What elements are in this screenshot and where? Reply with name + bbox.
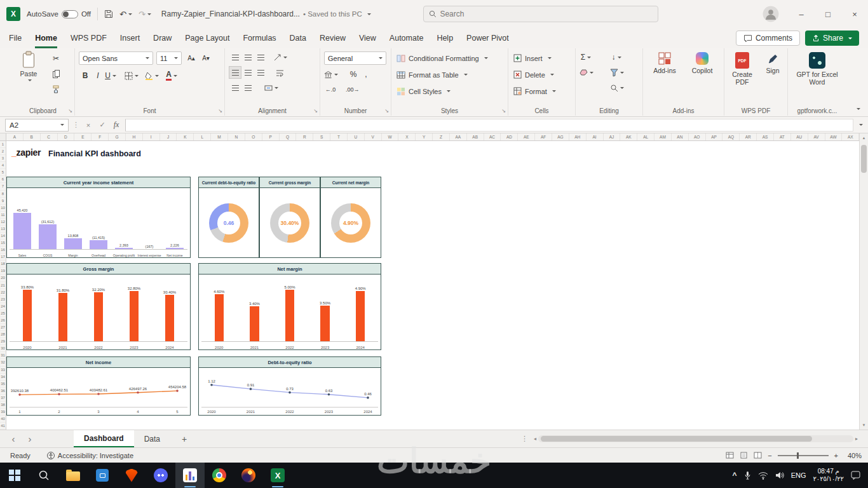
row-header[interactable]: 34 [0,374,6,381]
start-button[interactable] [0,463,29,488]
menu-tab-power-pivot[interactable]: Power Pivot [466,28,509,48]
column-header[interactable]: AN [672,133,689,140]
sheet-tab-dashboard[interactable]: Dashboard [74,430,134,447]
row-header[interactable]: 20 [0,274,6,281]
row-header[interactable]: 14 [0,233,6,240]
copilot-button[interactable]: Copilot [685,52,719,74]
zoom-slider[interactable] [778,452,829,459]
column-header[interactable]: K [177,133,194,140]
align-bottom-button[interactable] [254,51,267,64]
column-header[interactable]: AE [518,133,535,140]
dialog-launcher-icon[interactable]: ↘ [313,108,318,114]
menu-tab-page-layout[interactable]: Page Layout [185,28,229,48]
row-header[interactable]: 27 [0,324,6,331]
scroll-down-button[interactable]: ▼ [862,421,866,430]
column-header[interactable]: AS [757,133,774,140]
column-header[interactable]: U [348,133,365,140]
row-header[interactable]: 41 [0,423,6,430]
column-header[interactable]: L [194,133,211,140]
account-avatar[interactable] [763,6,779,22]
menu-tab-view[interactable]: View [359,28,376,48]
column-header[interactable]: V [365,133,382,140]
clock[interactable]: 08:47 م ٢٠٢٥/١٠/٢٢ [813,468,844,483]
column-header[interactable]: Z [433,133,450,140]
column-header[interactable]: P [262,133,280,140]
font-size-select[interactable]: 11 [156,51,182,65]
row-header[interactable]: 28 [0,331,6,338]
column-header[interactable]: AX [842,133,859,140]
align-middle-button[interactable] [241,51,254,64]
zoom-out-button[interactable]: − [768,452,771,459]
column-header[interactable]: S [313,133,330,140]
fill-color-button[interactable] [145,69,159,82]
column-header[interactable]: G [109,133,126,140]
enter-button[interactable]: ✓ [97,121,107,129]
save-button[interactable] [104,10,113,18]
row-header[interactable]: 38 [0,402,6,409]
column-header[interactable]: AU [791,133,808,140]
row-header[interactable]: 33 [0,367,6,374]
menu-tab-file[interactable]: File [9,28,22,48]
row-header[interactable]: 22 [0,289,6,296]
column-header[interactable]: AF [535,133,552,140]
zoom-in-button[interactable]: + [834,452,838,459]
column-header[interactable]: E [74,133,92,140]
column-header[interactable]: T [330,133,348,140]
autosum-button[interactable]: Σ [580,51,592,64]
search-box[interactable] [423,6,658,22]
row-header[interactable]: 35 [0,381,6,388]
conditional-formatting-button[interactable]: Conditional Formatting [397,51,488,65]
minimize-button[interactable]: – [788,0,815,28]
column-header[interactable]: M [211,133,228,140]
undo-button[interactable]: ↶ [119,10,132,19]
insert-cells-button[interactable]: Insert [513,51,552,65]
chrome-button[interactable] [205,463,234,488]
column-header[interactable]: AJ [604,133,621,140]
align-top-button[interactable] [229,51,241,64]
row-header[interactable]: 17 [0,254,6,261]
format-cells-button[interactable]: Format [513,85,556,98]
row-header[interactable]: 12 [0,219,6,226]
dialog-launcher-icon[interactable]: ↘ [218,108,222,114]
column-header[interactable]: AK [620,133,637,140]
column-header[interactable]: O [245,133,262,140]
menu-tab-insert[interactable]: Insert [120,28,140,48]
sheet-nav-right-button[interactable]: › [22,433,38,444]
column-header[interactable]: B [24,133,41,140]
menu-tab-help[interactable]: Help [437,28,453,48]
menu-tab-data[interactable]: Data [290,28,306,48]
microphone-icon[interactable] [744,471,751,480]
store-button[interactable] [88,463,117,488]
row-header[interactable]: 31 [0,352,6,359]
column-header[interactable]: AQ [722,133,740,140]
column-header[interactable]: AB [467,133,484,140]
language-indicator[interactable]: ENG [791,471,806,479]
share-button[interactable]: Share [805,30,859,46]
hidden-icons-button[interactable]: ^ [733,471,737,480]
vertical-scrollbar[interactable]: ▲ ▼ [859,133,868,430]
sign-button[interactable]: Sign [760,52,785,74]
network-icon[interactable] [758,471,768,480]
sheet-tab-data[interactable]: Data [134,430,170,447]
volume-icon[interactable] [775,471,784,479]
sheet-nav-left-button[interactable]: ‹ [5,433,22,444]
row-header[interactable]: 19 [0,268,6,274]
row-headers[interactable]: 1234567891011121314151617181920212223242… [0,141,6,430]
column-header[interactable]: N [228,133,245,140]
h-scroll-thumb[interactable] [541,436,812,442]
notifications-icon[interactable] [851,471,860,480]
formula-input[interactable] [125,119,853,132]
column-header[interactable]: D [58,133,75,140]
column-header[interactable]: AT [774,133,791,140]
align-left-button[interactable] [229,66,241,79]
menu-tab-automate[interactable]: Automate [390,28,424,48]
excel-taskbar-button[interactable]: X [263,463,292,488]
format-painter-button[interactable] [50,83,62,95]
h-scroll-track[interactable] [538,435,853,442]
column-header[interactable]: AW [825,133,843,140]
decrease-font-size-button[interactable]: A▾ [200,51,212,64]
horizontal-scrollbar[interactable]: ◂ ▸ [534,435,858,443]
align-right-button[interactable] [254,66,267,79]
cut-button[interactable]: ✂ [50,52,62,65]
fill-button[interactable]: ↓ [610,51,623,64]
